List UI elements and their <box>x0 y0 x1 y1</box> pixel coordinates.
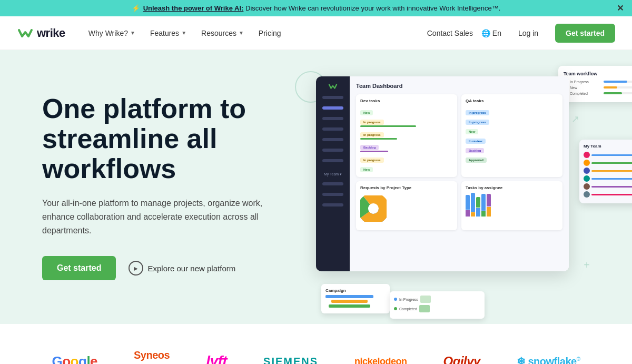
hero-subtitle: Your all-in-one platform to manage proje… <box>42 196 295 237</box>
progress-image <box>419 305 430 312</box>
qa-tag4: In review <box>466 135 558 144</box>
hero-content: One platform to streamline all workflows… <box>42 94 316 280</box>
wrike-logo-icon <box>17 27 34 40</box>
qa-tag5: Backlog <box>466 144 558 154</box>
hero-actions: Get started ▶ Explore our new platform <box>42 256 316 280</box>
logos-section: Google SyneosHealth lyft SIEMENS nickelo… <box>0 324 632 364</box>
chevron-down-icon: ▼ <box>181 30 186 36</box>
qa-tag6: Approved <box>466 154 558 163</box>
member-bar <box>591 170 632 172</box>
member-bar <box>591 154 632 156</box>
member-bar <box>591 194 632 195</box>
logo[interactable]: wrike <box>17 26 65 40</box>
avatar <box>584 168 590 174</box>
requests-card: Requests by Project Type <box>356 181 457 230</box>
lyft-logo: lyft <box>206 353 227 364</box>
nav-features[interactable]: Features ▼ <box>144 25 193 42</box>
team-member-row <box>584 152 632 158</box>
sidebar-item <box>322 182 343 185</box>
tag-new: New <box>360 106 453 116</box>
sidebar-item <box>322 193 343 196</box>
siemens-logo: SIEMENS <box>263 356 318 365</box>
sidebar-item <box>322 96 343 99</box>
sidebar-item <box>322 203 343 206</box>
nav-get-started-button[interactable]: Get started <box>555 24 615 43</box>
banner-link[interactable]: Unleash the power of Wrike AI: <box>143 4 244 12</box>
gantt-bar <box>329 304 371 308</box>
nav-why-wrike[interactable]: Why Wrike? ▼ <box>82 25 142 42</box>
nav-contact-sales[interactable]: Contact Sales <box>427 29 473 37</box>
chevron-down-icon: ▼ <box>130 30 135 36</box>
main-dashboard: My Team ▾ Team Dashboard Dev tasks New I… <box>316 76 569 271</box>
my-team-header: My Team ▾ <box>584 144 632 149</box>
dashboard-title: Team Dashboard <box>356 83 562 89</box>
nav-right: Contact Sales 🌐 En Log in Get started <box>427 24 615 43</box>
nav-login[interactable]: Log in <box>510 25 547 42</box>
avatar <box>584 175 590 182</box>
progress-dot <box>394 298 397 301</box>
chevron-down-icon: ▼ <box>239 30 244 36</box>
team-member-row <box>584 191 632 198</box>
tag-progress: In progress <box>360 116 453 127</box>
progress-row: Completed <box>394 305 480 312</box>
tag-backlog: Backlog <box>360 141 453 152</box>
nav-links: Why Wrike? ▼ Features ▼ Resources ▼ Pric… <box>82 25 427 42</box>
sidebar-item <box>322 106 343 110</box>
member-bar <box>591 178 632 180</box>
bolt-icon: ⚡ <box>132 4 140 12</box>
dashboard-main-content: Team Dashboard Dev tasks New In progress… <box>350 76 569 271</box>
syneos-logo: SyneosHealth <box>134 349 170 364</box>
sidebar-item <box>322 127 343 131</box>
avatar <box>584 160 590 166</box>
tag-progress3: In progress <box>360 154 453 163</box>
hero-explore-button[interactable]: ▶ Explore our new platform <box>129 261 235 276</box>
tag-progress2: In progress <box>360 129 453 140</box>
team-member-row <box>584 183 632 190</box>
team-member-row <box>584 175 632 182</box>
sidebar-logo <box>328 83 338 90</box>
sidebar-item <box>322 138 343 141</box>
qa-tag3: New <box>466 125 558 135</box>
sidebar-item <box>322 149 343 152</box>
ogilvy-logo: Ogilvy <box>443 354 480 364</box>
tw-in-progress-row: In Progress <box>564 80 632 84</box>
avatar <box>584 191 590 198</box>
team-workflow-card: Team workflow In Progress New Completed <box>558 66 632 102</box>
avatar <box>584 183 590 190</box>
tw-completed-row: Completed <box>564 91 632 95</box>
logo-text: wrike <box>37 26 65 40</box>
nav-language[interactable]: 🌐 En <box>481 29 501 37</box>
gantt-bar <box>325 295 373 298</box>
logos-row: Google SyneosHealth lyft SIEMENS nickelo… <box>42 349 590 364</box>
sidebar-item <box>322 117 343 120</box>
tasks-assignee-card: Tasks by assignee <box>461 181 562 230</box>
hero-title: One platform to streamline all workflows <box>42 94 316 184</box>
snowflake-logo: ❄ snowflake® <box>517 355 580 364</box>
svg-point-2 <box>363 198 384 219</box>
play-icon: ▶ <box>129 261 143 276</box>
close-icon[interactable]: ✕ <box>617 3 624 13</box>
hero-section: ☑ + ↗ One platform to streamline all wor… <box>0 50 632 324</box>
sidebar-team-label: My Team ▾ <box>324 172 342 176</box>
banner-text: Unleash the power of Wrike AI: Discover … <box>143 4 501 12</box>
dashboard-grid: Dev tasks New In progress In progress Ba… <box>356 94 562 230</box>
team-member-row <box>584 168 632 174</box>
my-team-card: My Team ▾ <box>579 140 632 203</box>
team-workflow-title: Team workflow <box>564 71 632 76</box>
announcement-banner: ⚡ Unleash the power of Wrike AI: Discove… <box>0 0 632 16</box>
nav-pricing[interactable]: Pricing <box>252 25 288 42</box>
campaign-card: Campaign <box>321 284 390 313</box>
hero-get-started-button[interactable]: Get started <box>42 256 116 280</box>
team-member-row <box>584 160 632 166</box>
pie-chart <box>360 195 387 222</box>
hero-dashboard: Team workflow In Progress New Completed <box>305 66 632 319</box>
tw-new-row: New <box>564 85 632 90</box>
nav-resources[interactable]: Resources ▼ <box>195 25 250 42</box>
nickelodeon-logo: nickelodeon <box>354 356 407 365</box>
google-logo: Google <box>52 353 97 365</box>
gantt-bar <box>331 300 367 303</box>
member-bar <box>591 186 632 188</box>
dev-tasks-card: Dev tasks New In progress In progress Ba… <box>356 94 457 177</box>
dashboard-sidebar: My Team ▾ <box>316 76 350 271</box>
qa-tasks-card: QA tasks In progress In progress New In … <box>461 94 562 177</box>
